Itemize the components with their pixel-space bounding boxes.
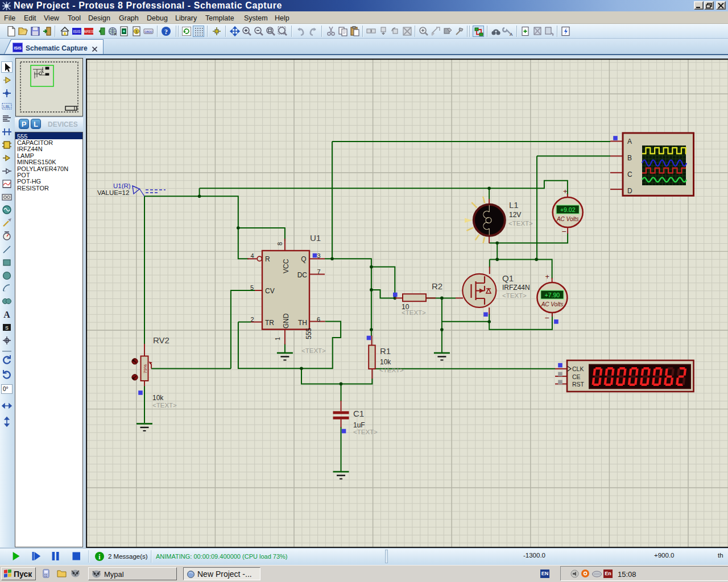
svg-text:R2: R2 (432, 281, 442, 291)
svg-text:<TEXT>: <TEXT> (508, 220, 533, 227)
svg-text:<TEXT>: <TEXT> (379, 367, 404, 373)
svg-text:1: 1 (274, 337, 281, 340)
svg-text:4: 4 (251, 252, 254, 259)
svg-text:0800: 0800 (144, 30, 152, 34)
svg-text:RST: RST (572, 381, 585, 388)
svg-text:DC: DC (297, 271, 308, 279)
svg-text:<TEXT>: <TEXT> (152, 402, 177, 409)
svg-text:CV: CV (265, 287, 275, 295)
svg-text:5: 5 (250, 284, 254, 291)
svg-text:RV2: RV2 (153, 335, 169, 345)
svg-text:R: R (265, 255, 270, 263)
svg-text:AC Volts: AC Volts (556, 216, 579, 222)
svg-text:<TEXT>: <TEXT> (402, 309, 426, 316)
svg-text:1uF: 1uF (353, 421, 365, 429)
svg-text:7: 7 (317, 268, 321, 275)
svg-text:D: D (627, 187, 632, 195)
svg-text:+: + (563, 187, 568, 196)
svg-text:IRFZ44N: IRFZ44N (502, 284, 530, 292)
svg-text:A: A (510, 32, 513, 37)
svg-text:−: − (562, 227, 566, 236)
svg-text:TR: TR (265, 319, 274, 327)
svg-text:ISIS: ISIS (73, 30, 81, 34)
svg-text:ANIMATING: 00:00:09.400000 (CP: ANIMATING: 00:00:09.400000 (CPU load 73%… (156, 553, 288, 560)
svg-text:R1: R1 (380, 346, 391, 356)
svg-text:Q1: Q1 (502, 273, 514, 283)
svg-text:Q: Q (301, 255, 306, 263)
svg-text:A: A (627, 138, 632, 146)
svg-text:LBL: LBL (3, 105, 11, 109)
svg-text:C: C (627, 171, 632, 178)
svg-text:555: 555 (305, 328, 313, 339)
svg-text:S: S (5, 325, 9, 330)
svg-text:L1: L1 (509, 200, 519, 210)
svg-text:6: 6 (317, 316, 320, 323)
svg-text:CLK: CLK (572, 365, 584, 372)
svg-text:<TEXT>: <TEXT> (502, 292, 527, 299)
svg-text:10k: 10k (380, 358, 391, 366)
svg-text:+7.90: +7.90 (545, 292, 560, 298)
svg-text:U1: U1 (310, 233, 321, 243)
svg-text:+9.02: +9.02 (560, 206, 576, 213)
svg-text:8: 8 (276, 242, 283, 246)
svg-text:+: + (545, 272, 550, 281)
svg-text:VALUE=12: VALUE=12 (97, 189, 129, 196)
svg-text:?: ? (164, 28, 168, 36)
svg-text:10k: 10k (152, 394, 164, 402)
svg-text:GND: GND (282, 313, 290, 329)
svg-text:C1: C1 (353, 409, 364, 418)
svg-text:−: − (545, 313, 549, 322)
svg-text:A: A (3, 310, 10, 319)
svg-text:U1(R): U1(R) (113, 182, 131, 189)
svg-text:AC Volts: AC Volts (541, 301, 564, 307)
svg-text:12V: 12V (509, 211, 521, 219)
svg-text:$: $ (135, 29, 138, 34)
svg-text:79%: 79% (143, 364, 148, 373)
svg-text:TH: TH (298, 319, 307, 327)
svg-text:2 Message(s): 2 Message(s) (108, 553, 148, 560)
svg-text:CE: CE (572, 373, 581, 380)
svg-text:<TEXT>: <TEXT> (353, 429, 378, 435)
svg-text:VCC: VCC (282, 259, 290, 273)
svg-text:2: 2 (251, 316, 254, 323)
svg-text:B: B (627, 154, 632, 162)
svg-text:3: 3 (317, 252, 321, 259)
svg-text:<TEXT>: <TEXT> (301, 347, 326, 354)
svg-text:ARES: ARES (84, 30, 94, 34)
